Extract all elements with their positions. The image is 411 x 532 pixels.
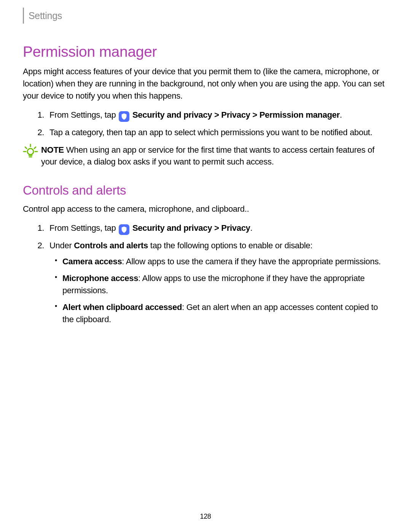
option-text: : Allow apps to use the camera if they h…: [122, 257, 381, 266]
s2-step2-bold: Controls and alerts: [74, 241, 148, 250]
list-item: Alert when clipboard accessed: Get an al…: [62, 301, 388, 326]
list-item: Camera access: Allow apps to use the cam…: [62, 256, 388, 268]
list-item: Microphone access: Allow apps to use the…: [62, 272, 388, 297]
step1-text-after: .: [340, 110, 342, 120]
section2-step-2: Under Controls and alerts tap the follow…: [46, 240, 388, 325]
svg-point-0: [27, 149, 33, 155]
section-heading-controls-alerts: Controls and alerts: [23, 183, 388, 198]
note-text-container: NOTE When using an app or service for th…: [41, 144, 388, 168]
step1-text-before: From Settings, tap: [49, 110, 118, 120]
svg-line-2: [25, 147, 27, 149]
lightbulb-icon: [23, 143, 38, 162]
note-label: NOTE: [41, 145, 64, 155]
section1-step-1: From Settings, tap Security and privacy …: [46, 109, 388, 122]
s2-step1-after: .: [250, 223, 253, 233]
section-heading-permission-manager: Permission manager: [23, 43, 388, 60]
section1-steps: From Settings, tap Security and privacy …: [23, 109, 388, 139]
svg-line-3: [34, 147, 36, 149]
option-label: Camera access: [62, 257, 122, 266]
controls-options-list: Camera access: Allow apps to use the cam…: [49, 256, 388, 325]
breadcrumb: Settings: [29, 10, 62, 21]
s2-step1-before: From Settings, tap: [49, 223, 118, 233]
s2-step1-bold: Security and privacy > Privacy: [132, 223, 250, 233]
s2-step2-after: tap the following options to enable or d…: [148, 241, 312, 250]
shield-icon: [119, 224, 129, 235]
section2-steps: From Settings, tap Security and privacy …: [23, 222, 388, 325]
note-text: When using an app or service for the fir…: [41, 145, 374, 167]
note-block: NOTE When using an app or service for th…: [23, 144, 388, 168]
page-number: 128: [0, 513, 411, 521]
section2-step-1: From Settings, tap Security and privacy …: [46, 222, 388, 235]
section1-step-2: Tap a category, then tap an app to selec…: [46, 126, 388, 139]
page-header: Settings: [23, 0, 388, 24]
option-label: Microphone access: [62, 273, 138, 283]
header-accent-bar: [23, 8, 24, 24]
shield-icon: [119, 111, 129, 122]
step1-path-bold: Security and privacy > Privacy > Permiss…: [132, 110, 340, 120]
option-label: Alert when clipboard accessed: [62, 302, 182, 312]
section1-intro: Apps might access features of your devic…: [23, 66, 388, 102]
section2-intro: Control app access to the camera, microp…: [23, 203, 388, 215]
s2-step2-before: Under: [49, 241, 74, 250]
